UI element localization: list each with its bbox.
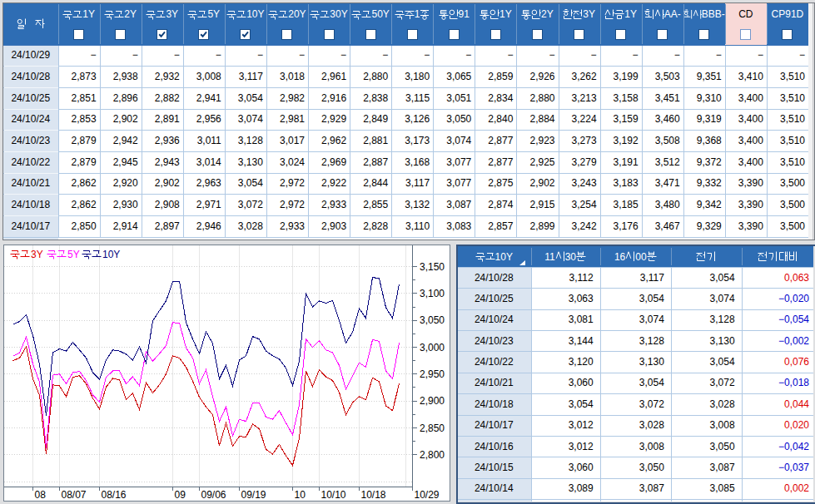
svg-text:08/16: 08/16	[102, 489, 127, 501]
svg-text:2,900: 2,900	[420, 395, 445, 407]
svg-text:2,950: 2,950	[420, 368, 445, 380]
svg-text:10/29: 10/29	[415, 489, 440, 501]
svg-text:08/07: 08/07	[62, 489, 87, 501]
svg-text:3,100: 3,100	[420, 288, 445, 299]
svg-text:10/10: 10/10	[321, 489, 346, 501]
svg-text:09: 09	[175, 489, 186, 501]
svg-text:08: 08	[35, 489, 47, 501]
svg-text:2,800: 2,800	[420, 449, 445, 461]
svg-text:3,000: 3,000	[420, 342, 445, 353]
svg-text:10Y: 10Y	[102, 249, 120, 260]
svg-text:3,150: 3,150	[420, 261, 445, 273]
svg-text:2,850: 2,850	[420, 422, 445, 434]
svg-text:3Y: 3Y	[31, 249, 43, 260]
svg-text:3,050: 3,050	[420, 314, 445, 326]
svg-text:09/19: 09/19	[241, 489, 266, 501]
svg-text:10: 10	[295, 489, 306, 501]
svg-text:10/18: 10/18	[361, 489, 386, 501]
svg-text:09/06: 09/06	[201, 489, 226, 501]
svg-text:5Y: 5Y	[67, 249, 80, 260]
